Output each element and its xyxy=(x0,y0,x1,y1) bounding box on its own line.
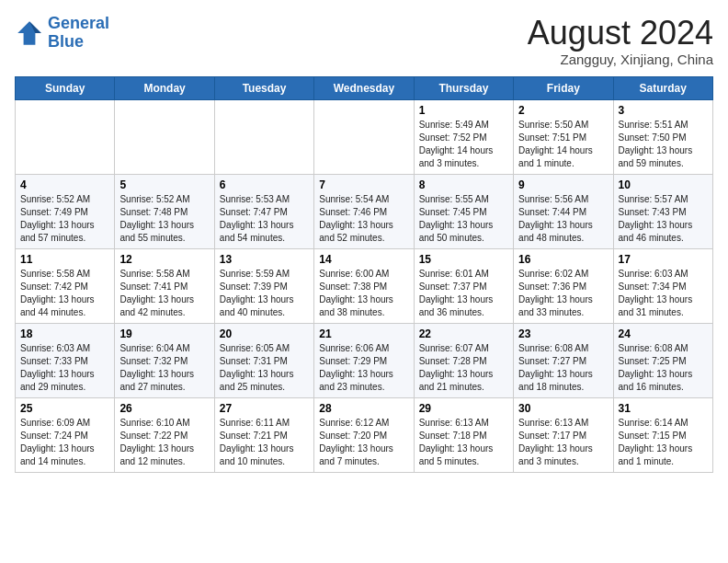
calendar-cell xyxy=(214,99,313,174)
day-number: 31 xyxy=(619,402,708,415)
day-number: 24 xyxy=(619,327,708,340)
calendar-cell: 23Sunrise: 6:08 AM Sunset: 7:27 PM Dayli… xyxy=(514,323,613,397)
day-number: 8 xyxy=(419,178,508,191)
day-number: 10 xyxy=(619,178,708,191)
day-info: Sunrise: 6:03 AM Sunset: 7:34 PM Dayligh… xyxy=(619,268,708,319)
calendar-cell: 7Sunrise: 5:54 AM Sunset: 7:46 PM Daylig… xyxy=(314,174,414,248)
day-number: 2 xyxy=(518,104,608,117)
day-number: 16 xyxy=(518,253,608,266)
month-title: August 2024 xyxy=(528,15,713,52)
calendar-cell: 15Sunrise: 6:01 AM Sunset: 7:37 PM Dayli… xyxy=(414,248,513,323)
day-info: Sunrise: 6:02 AM Sunset: 7:36 PM Dayligh… xyxy=(518,268,608,319)
page-header: General Blue August 2024 Zangguy, Xinjia… xyxy=(15,15,713,67)
day-info: Sunrise: 5:51 AM Sunset: 7:50 PM Dayligh… xyxy=(619,119,708,170)
day-info: Sunrise: 6:13 AM Sunset: 7:18 PM Dayligh… xyxy=(419,417,508,468)
calendar-cell: 24Sunrise: 6:08 AM Sunset: 7:25 PM Dayli… xyxy=(613,323,712,397)
calendar-cell: 2Sunrise: 5:50 AM Sunset: 7:51 PM Daylig… xyxy=(514,99,613,174)
calendar-cell: 27Sunrise: 6:11 AM Sunset: 7:21 PM Dayli… xyxy=(214,397,313,472)
calendar-cell: 29Sunrise: 6:13 AM Sunset: 7:18 PM Dayli… xyxy=(414,397,513,472)
day-number: 28 xyxy=(319,402,408,415)
day-number: 4 xyxy=(20,178,109,191)
day-number: 6 xyxy=(220,178,309,191)
calendar-week-row: 18Sunrise: 6:03 AM Sunset: 7:33 PM Dayli… xyxy=(16,323,713,397)
calendar-cell xyxy=(16,99,115,174)
day-number: 20 xyxy=(220,327,309,340)
day-info: Sunrise: 5:56 AM Sunset: 7:44 PM Dayligh… xyxy=(518,193,608,245)
day-info: Sunrise: 6:10 AM Sunset: 7:22 PM Dayligh… xyxy=(119,417,209,468)
calendar-cell: 16Sunrise: 6:02 AM Sunset: 7:36 PM Dayli… xyxy=(514,248,613,323)
calendar-cell: 19Sunrise: 6:04 AM Sunset: 7:32 PM Dayli… xyxy=(115,323,214,397)
weekday-header: Sunday xyxy=(16,76,115,99)
calendar-week-row: 4Sunrise: 5:52 AM Sunset: 7:49 PM Daylig… xyxy=(16,174,713,248)
calendar-week-row: 25Sunrise: 6:09 AM Sunset: 7:24 PM Dayli… xyxy=(16,397,713,472)
calendar-cell: 17Sunrise: 6:03 AM Sunset: 7:34 PM Dayli… xyxy=(613,248,712,323)
day-info: Sunrise: 5:53 AM Sunset: 7:47 PM Dayligh… xyxy=(220,193,309,245)
title-block: August 2024 Zangguy, Xinjiang, China xyxy=(528,15,713,67)
logo-line2: Blue xyxy=(48,32,84,51)
calendar-cell: 6Sunrise: 5:53 AM Sunset: 7:47 PM Daylig… xyxy=(214,174,313,248)
day-info: Sunrise: 6:08 AM Sunset: 7:25 PM Dayligh… xyxy=(619,342,708,394)
day-number: 26 xyxy=(119,402,209,415)
calendar-cell: 9Sunrise: 5:56 AM Sunset: 7:44 PM Daylig… xyxy=(514,174,613,248)
calendar-cell: 26Sunrise: 6:10 AM Sunset: 7:22 PM Dayli… xyxy=(115,397,214,472)
day-number: 15 xyxy=(419,253,508,266)
day-info: Sunrise: 5:54 AM Sunset: 7:46 PM Dayligh… xyxy=(319,193,408,245)
day-number: 3 xyxy=(619,104,708,117)
calendar-cell: 25Sunrise: 6:09 AM Sunset: 7:24 PM Dayli… xyxy=(16,397,115,472)
day-number: 11 xyxy=(20,253,109,266)
logo-icon xyxy=(15,18,44,48)
day-info: Sunrise: 6:06 AM Sunset: 7:29 PM Dayligh… xyxy=(319,342,408,394)
calendar-cell: 10Sunrise: 5:57 AM Sunset: 7:43 PM Dayli… xyxy=(613,174,712,248)
day-info: Sunrise: 5:59 AM Sunset: 7:39 PM Dayligh… xyxy=(220,268,309,319)
day-info: Sunrise: 5:58 AM Sunset: 7:41 PM Dayligh… xyxy=(119,268,209,319)
day-info: Sunrise: 6:03 AM Sunset: 7:33 PM Dayligh… xyxy=(20,342,109,394)
calendar-cell: 12Sunrise: 5:58 AM Sunset: 7:41 PM Dayli… xyxy=(115,248,214,323)
calendar-cell: 14Sunrise: 6:00 AM Sunset: 7:38 PM Dayli… xyxy=(314,248,414,323)
day-info: Sunrise: 6:09 AM Sunset: 7:24 PM Dayligh… xyxy=(20,417,109,468)
calendar-cell: 4Sunrise: 5:52 AM Sunset: 7:49 PM Daylig… xyxy=(16,174,115,248)
day-number: 14 xyxy=(319,253,408,266)
calendar-cell: 30Sunrise: 6:13 AM Sunset: 7:17 PM Dayli… xyxy=(514,397,613,472)
calendar-cell: 31Sunrise: 6:14 AM Sunset: 7:15 PM Dayli… xyxy=(613,397,712,472)
day-info: Sunrise: 6:04 AM Sunset: 7:32 PM Dayligh… xyxy=(119,342,209,394)
day-number: 13 xyxy=(220,253,309,266)
day-info: Sunrise: 5:55 AM Sunset: 7:45 PM Dayligh… xyxy=(419,193,508,245)
logo-text: General Blue xyxy=(48,15,109,52)
day-info: Sunrise: 6:11 AM Sunset: 7:21 PM Dayligh… xyxy=(220,417,309,468)
day-number: 19 xyxy=(119,327,209,340)
calendar-cell: 5Sunrise: 5:52 AM Sunset: 7:48 PM Daylig… xyxy=(115,174,214,248)
day-info: Sunrise: 6:00 AM Sunset: 7:38 PM Dayligh… xyxy=(319,268,408,319)
calendar-cell: 22Sunrise: 6:07 AM Sunset: 7:28 PM Dayli… xyxy=(414,323,513,397)
day-info: Sunrise: 5:58 AM Sunset: 7:42 PM Dayligh… xyxy=(20,268,109,319)
weekday-header: Tuesday xyxy=(214,76,313,99)
day-info: Sunrise: 6:07 AM Sunset: 7:28 PM Dayligh… xyxy=(419,342,508,394)
calendar-week-row: 11Sunrise: 5:58 AM Sunset: 7:42 PM Dayli… xyxy=(16,248,713,323)
calendar-week-row: 1Sunrise: 5:49 AM Sunset: 7:52 PM Daylig… xyxy=(16,99,713,174)
weekday-header: Saturday xyxy=(613,76,712,99)
day-number: 5 xyxy=(119,178,209,191)
day-info: Sunrise: 5:52 AM Sunset: 7:49 PM Dayligh… xyxy=(20,193,109,245)
day-info: Sunrise: 5:57 AM Sunset: 7:43 PM Dayligh… xyxy=(619,193,708,245)
day-number: 29 xyxy=(419,402,508,415)
day-info: Sunrise: 6:01 AM Sunset: 7:37 PM Dayligh… xyxy=(419,268,508,319)
weekday-header: Thursday xyxy=(414,76,513,99)
day-info: Sunrise: 5:50 AM Sunset: 7:51 PM Dayligh… xyxy=(518,119,608,170)
weekday-header: Monday xyxy=(115,76,214,99)
weekday-header: Wednesday xyxy=(314,76,414,99)
calendar-table: SundayMondayTuesdayWednesdayThursdayFrid… xyxy=(15,76,713,473)
day-number: 23 xyxy=(518,327,608,340)
calendar-cell: 28Sunrise: 6:12 AM Sunset: 7:20 PM Dayli… xyxy=(314,397,414,472)
weekday-header-row: SundayMondayTuesdayWednesdayThursdayFrid… xyxy=(16,76,713,99)
logo-line1: General xyxy=(48,14,109,32)
calendar-cell xyxy=(314,99,414,174)
day-info: Sunrise: 6:14 AM Sunset: 7:15 PM Dayligh… xyxy=(619,417,708,468)
calendar-cell: 21Sunrise: 6:06 AM Sunset: 7:29 PM Dayli… xyxy=(314,323,414,397)
day-number: 7 xyxy=(319,178,408,191)
day-number: 12 xyxy=(119,253,209,266)
day-number: 18 xyxy=(20,327,109,340)
day-number: 30 xyxy=(518,402,608,415)
day-info: Sunrise: 5:52 AM Sunset: 7:48 PM Dayligh… xyxy=(119,193,209,245)
calendar-cell xyxy=(115,99,214,174)
calendar-cell: 13Sunrise: 5:59 AM Sunset: 7:39 PM Dayli… xyxy=(214,248,313,323)
calendar-cell: 20Sunrise: 6:05 AM Sunset: 7:31 PM Dayli… xyxy=(214,323,313,397)
